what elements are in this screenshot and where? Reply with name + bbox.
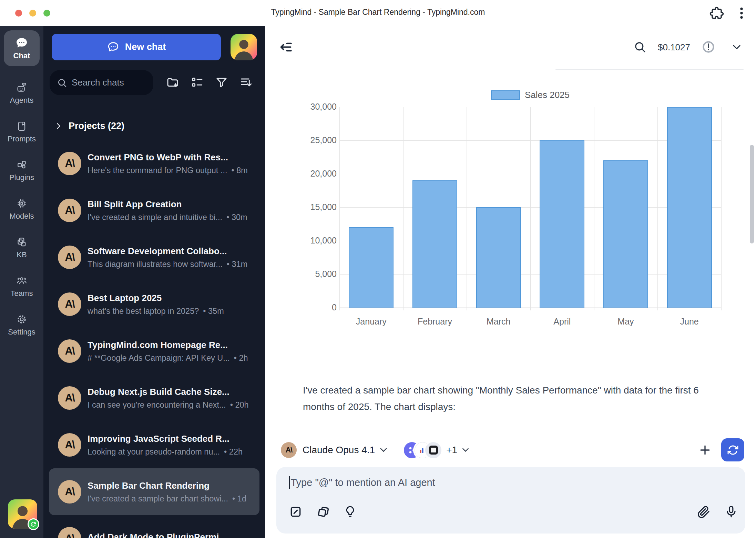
nav-item-agents[interactable]: Agents (10, 81, 34, 105)
usage-cost[interactable]: $0.1027 (658, 42, 690, 53)
microphone-icon[interactable] (724, 505, 738, 519)
y-tick-label: 20,000 (288, 169, 337, 179)
composer-placeholder: Type "@" to mention an AI agent (291, 477, 435, 488)
model-name[interactable]: Claude Opus 4.1 (303, 445, 375, 456)
nav-item-kb[interactable]: KB (16, 236, 28, 259)
chat-list-item[interactable]: A\Convert PNG to WebP with Res...Here's … (49, 140, 259, 187)
canvas-icon[interactable] (289, 505, 303, 519)
composer-input[interactable]: Type "@" to mention an AI agent (289, 475, 435, 490)
chat-item-meta: Improving JavaScript Seeded R...Looking … (88, 434, 259, 457)
chat-item-title: Bill Split App Creation (88, 199, 255, 210)
chat-item-title: Sample Bar Chart Rendering (88, 480, 255, 491)
bubble-filled-icon (15, 36, 29, 50)
x-tick-label: February (403, 317, 467, 327)
chat-item-time: • 8m (231, 166, 247, 175)
gridline (339, 107, 340, 310)
x-tick-label: June (657, 317, 721, 327)
sort-icon[interactable] (239, 76, 253, 89)
legend-label: Sales 2025 (525, 90, 570, 100)
nav-item-prompts[interactable]: Prompts (8, 120, 36, 143)
nav-item-label: Settings (8, 328, 35, 337)
bar-march (476, 207, 521, 308)
window-titlebar: TypingMind - Sample Bar Chart Rendering … (0, 0, 756, 26)
anthropic-avatar: A\ (58, 339, 81, 363)
bulk-select-icon[interactable] (190, 76, 204, 89)
attachment-icon[interactable] (697, 505, 711, 519)
y-tick-label: 5,000 (288, 269, 337, 279)
chart-plot (339, 107, 721, 308)
nav-item-settings[interactable]: Settings (8, 313, 35, 337)
x-tick-label: March (467, 317, 530, 327)
chat-item-meta: Debug Next.js Build Cache Size...I can s… (88, 387, 259, 410)
chat-list-item[interactable]: A\Add Dark Mode to PluginPermi... (49, 515, 259, 538)
collapse-sidebar-icon[interactable] (278, 39, 294, 55)
nav-item-label: Teams (11, 289, 33, 298)
chat-item-title: Software Development Collabo... (88, 246, 255, 257)
y-tick-label: 0 (288, 302, 337, 312)
nav-item-chat[interactable]: Chat (4, 30, 40, 66)
lightbulb-icon[interactable] (343, 505, 357, 519)
chat-list-item[interactable]: A\Best Laptop 2025what's the best laptop… (49, 281, 259, 328)
chat-item-title: Best Laptop 2025 (88, 293, 255, 303)
bar-may (603, 160, 648, 308)
bar-april (540, 140, 584, 308)
chevron-down-icon[interactable] (731, 41, 743, 53)
gear-icon (16, 313, 28, 325)
new-chat-button[interactable]: New chat (52, 34, 221, 60)
chat-item-meta: Add Dark Mode to PluginPermi... (88, 532, 259, 538)
chat-list-item[interactable]: A\Debug Next.js Build Cache Size...I can… (49, 375, 259, 421)
search-icon (57, 77, 68, 88)
chat-bubble-icon (107, 41, 120, 53)
book-icon (16, 120, 28, 132)
refresh-icon (727, 444, 739, 456)
nav-item-label: Prompts (8, 134, 36, 143)
chat-item-meta: Convert PNG to WebP with Res...Here's th… (88, 152, 259, 175)
nav-rail: ChatAgentsPromptsPluginsModelsKBTeamsSet… (0, 26, 43, 538)
chat-list-item[interactable]: A\Software Development Collabo...This di… (49, 234, 259, 281)
fullscreen-button[interactable] (43, 10, 50, 17)
y-tick-label: 30,000 (288, 102, 337, 112)
filter-icon[interactable] (215, 76, 228, 89)
chat-search-icon[interactable] (633, 40, 647, 54)
regenerate-button[interactable] (721, 438, 744, 461)
chat-item-subtitle: I've created a sample bar chart showi...… (88, 494, 255, 504)
user-avatar[interactable] (8, 499, 37, 529)
extensions-icon[interactable] (709, 6, 724, 21)
projects-header[interactable]: Projects (22) (43, 119, 265, 133)
warning-icon[interactable] (702, 40, 715, 53)
people-icon (16, 275, 28, 287)
assistant-message: I've created a sample bar chart showing … (303, 382, 728, 415)
nav-item-models[interactable]: Models (10, 197, 34, 221)
chat-list-item[interactable]: A\TypingMind.com Homepage Re...# **Googl… (49, 328, 259, 375)
browser-menu-icon[interactable] (734, 6, 749, 21)
text-caret (289, 476, 290, 489)
x-tick-label: April (530, 317, 594, 327)
nav-item-teams[interactable]: Teams (11, 275, 33, 298)
chat-item-subtitle: Looking at your pseudo-random nu...• 22h (88, 447, 255, 457)
profile-avatar[interactable] (231, 34, 257, 60)
model-chevron-icon[interactable] (378, 445, 389, 455)
chat-item-title: Add Dark Mode to PluginPermi... (88, 532, 255, 538)
minimize-button[interactable] (29, 10, 36, 17)
chart-y-axis: 05,00010,00015,00020,00025,00030,000 (288, 107, 337, 308)
bar-february (412, 180, 457, 308)
chat-item-subtitle: I've created a simple and intuitive bi..… (88, 213, 255, 222)
search-input[interactable] (72, 77, 147, 88)
anthropic-avatar: A\ (58, 292, 81, 316)
chat-list-item[interactable]: A\Sample Bar Chart RenderingI've created… (49, 468, 259, 515)
nav-item-plugins[interactable]: Plugins (9, 159, 34, 182)
pages-icon[interactable] (316, 505, 330, 519)
close-button[interactable] (15, 10, 22, 17)
gridline (594, 107, 594, 310)
chat-list-item[interactable]: A\Bill Split App CreationI've created a … (49, 187, 259, 234)
chat-item-time: • 1d (232, 494, 246, 503)
plugins-selector[interactable]: +1 (404, 442, 470, 458)
scrollbar-thumb[interactable] (750, 145, 754, 243)
plus-icon[interactable] (698, 443, 712, 457)
chat-item-time: • 2h (234, 353, 248, 362)
main-area: $0.1027 Sales 2025 05,00010,00015,00020,… (265, 26, 756, 538)
nav-item-label: KB (17, 250, 27, 259)
new-chat-label: New chat (125, 42, 166, 52)
new-folder-icon[interactable] (166, 76, 180, 89)
chat-list-item[interactable]: A\Improving JavaScript Seeded R...Lookin… (49, 421, 259, 468)
